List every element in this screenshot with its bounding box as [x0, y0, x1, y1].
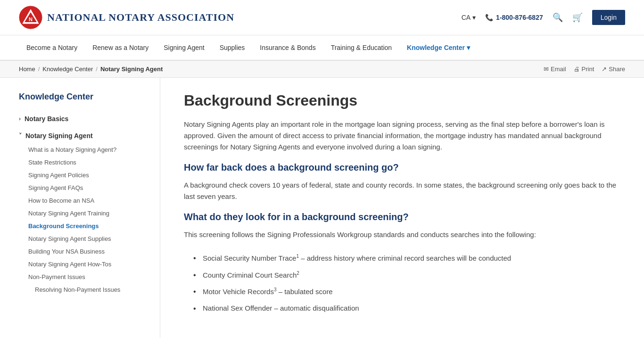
list-item-ssn: Social Security Number Trace1 – address … — [193, 250, 620, 267]
login-button[interactable]: Login — [592, 10, 625, 25]
breadcrumb-bar: Home / Knowledge Center / Notary Signing… — [0, 61, 644, 78]
sidebar-item-nsa-training[interactable]: Notary Signing Agent Training — [28, 207, 146, 220]
nav-item-insurance[interactable]: Insurance & Bonds — [252, 35, 323, 60]
email-label: Email — [551, 66, 566, 73]
nav-item-renew[interactable]: Renew as a Notary — [85, 35, 156, 60]
list-item-ssn-text: Social Security Number Trace — [203, 254, 296, 262]
logo-area: N National Notary Association — [19, 6, 234, 29]
nav-link-insurance[interactable]: Insurance & Bonds — [252, 35, 323, 60]
email-icon: ✉ — [544, 66, 549, 73]
page-layout: Knowledge Center › Notary Basics ˅ Notar… — [0, 78, 644, 338]
section2-heading: What do they look for in a background sc… — [184, 212, 620, 222]
section1-heading: How far back does a background screening… — [184, 162, 620, 173]
cart-button[interactable]: 🛒 — [572, 12, 583, 23]
breadcrumb-knowledge-center[interactable]: Knowledge Center — [42, 66, 93, 73]
breadcrumb-separator-2: / — [96, 66, 98, 73]
breadcrumb-separator-1: / — [38, 66, 40, 73]
section1-text: A background check covers 10 years of fe… — [184, 180, 620, 202]
sidebar-section-header-notary-basics[interactable]: › Notary Basics — [19, 111, 146, 126]
share-icon: ↗ — [602, 66, 607, 73]
nav-item-supplies[interactable]: Supplies — [212, 35, 253, 60]
nav-link-signing-agent[interactable]: Signing Agent — [156, 35, 212, 60]
breadcrumb-actions: ✉ Email 🖨 Print ↗ Share — [544, 66, 625, 73]
list-item-sex-offender: National Sex Offender – automatic disqua… — [193, 300, 620, 317]
sidebar-sub-items-nsa: What is a Notary Signing Agent? State Re… — [19, 143, 146, 296]
bullet-list: Social Security Number Trace1 – address … — [184, 250, 620, 316]
sidebar-item-nsa-how-tos[interactable]: Notary Signing Agent How-Tos — [28, 258, 146, 271]
list-item-mvr-text: Motor Vehicle Records — [203, 288, 274, 296]
list-item-county-text: County Criminal Court Search — [203, 271, 297, 279]
search-button[interactable]: 🔍 — [553, 12, 563, 23]
nav-item-training[interactable]: Training & Education — [323, 35, 399, 60]
header-right: CA ▾ 📞 1-800-876-6827 🔍 🛒 Login — [462, 10, 625, 25]
state-selector[interactable]: CA ▾ — [462, 14, 476, 21]
section2-intro: This screening follows the Signing Profe… — [184, 229, 620, 240]
sidebar-item-state-restrictions[interactable]: State Restrictions — [28, 156, 146, 169]
list-item-ssn-suffix: – address history where criminal record … — [299, 254, 511, 262]
main-content: Background Screenings Notary Signing Age… — [160, 78, 644, 338]
sidebar-item-signing-agent-policies[interactable]: Signing Agent Policies — [28, 169, 146, 181]
nav-item-become-notary[interactable]: Become a Notary — [19, 35, 85, 60]
nav-item-knowledge[interactable]: Knowledge Center ▾ — [399, 35, 478, 60]
breadcrumb-home[interactable]: Home — [19, 66, 35, 73]
sidebar-item-how-to-become-nsa[interactable]: How to Become an NSA — [28, 194, 146, 207]
phone-number: 1-800-876-6827 — [496, 14, 543, 21]
sidebar-item-resolving-non-payment[interactable]: Resolving Non-Payment Issues — [28, 283, 146, 296]
breadcrumb: Home / Knowledge Center / Notary Signing… — [19, 66, 163, 73]
site-header: N National Notary Association CA ▾ 📞 1-8… — [0, 0, 644, 35]
nav-link-knowledge[interactable]: Knowledge Center ▾ — [399, 35, 478, 60]
sidebar-section-notary-basics: › Notary Basics — [19, 111, 146, 126]
nav-link-renew[interactable]: Renew as a Notary — [85, 35, 156, 60]
list-item-county: County Criminal Court Search2 — [193, 267, 620, 284]
nna-logo-icon: N — [19, 6, 42, 29]
logo-text: National Notary Association — [47, 11, 234, 24]
sidebar-section-nsa: ˅ Notary Signing Agent What is a Notary … — [19, 128, 146, 296]
sidebar: Knowledge Center › Notary Basics ˅ Notar… — [0, 78, 160, 338]
nav-link-training[interactable]: Training & Education — [323, 35, 399, 60]
sidebar-item-what-is-nsa[interactable]: What is a Notary Signing Agent? — [28, 143, 146, 156]
list-item-sex-offender-text: National Sex Offender – automatic disqua… — [203, 304, 359, 312]
sidebar-item-background-screenings[interactable]: Background Screenings — [28, 220, 146, 232]
nav-link-supplies[interactable]: Supplies — [212, 35, 253, 60]
email-action[interactable]: ✉ Email — [544, 66, 566, 73]
nav-dropdown-chevron: ▾ — [467, 44, 470, 51]
list-item-county-sup: 2 — [297, 271, 299, 276]
print-icon: 🖨 — [574, 66, 580, 73]
nav-link-become-notary[interactable]: Become a Notary — [19, 35, 85, 60]
intro-text: Notary Signing Agents play an important … — [184, 119, 620, 153]
sidebar-item-non-payment[interactable]: Non-Payment Issues — [28, 271, 146, 283]
print-action[interactable]: 🖨 Print — [574, 66, 594, 73]
chevron-down-nsa-icon: ˅ — [19, 132, 22, 139]
list-item-mvr-suffix: – tabulated score — [276, 288, 332, 296]
nav-item-signing-agent[interactable]: Signing Agent — [156, 35, 212, 60]
sidebar-section-header-nsa[interactable]: ˅ Notary Signing Agent — [19, 128, 146, 143]
share-label: Share — [609, 66, 625, 73]
phone-link[interactable]: 📞 1-800-876-6827 — [485, 14, 543, 21]
print-label: Print — [582, 66, 594, 73]
sidebar-item-nsa-supplies[interactable]: Notary Signing Agent Supplies — [28, 232, 146, 245]
page-title: Background Screenings — [184, 92, 620, 109]
sidebar-item-building-nsa-business[interactable]: Building Your NSA Business — [28, 245, 146, 258]
main-navigation: Become a Notary Renew as a Notary Signin… — [0, 35, 644, 61]
sidebar-section-label-notary-basics: Notary Basics — [25, 115, 68, 123]
svg-text:N: N — [29, 16, 33, 22]
sidebar-title: Knowledge Center — [19, 92, 146, 102]
list-item-mvr: Motor Vehicle Records3 – tabulated score — [193, 283, 620, 300]
phone-icon: 📞 — [485, 14, 493, 21]
sidebar-item-signing-agent-faqs[interactable]: Signing Agent FAQs — [28, 181, 146, 194]
chevron-down-icon: ▾ — [472, 14, 476, 21]
sidebar-section-label-nsa: Notary Signing Agent — [25, 132, 93, 140]
breadcrumb-current: Notary Signing Agent — [100, 66, 163, 73]
chevron-right-icon: › — [19, 115, 21, 122]
share-action[interactable]: ↗ Share — [602, 66, 625, 73]
state-label: CA — [462, 14, 471, 21]
